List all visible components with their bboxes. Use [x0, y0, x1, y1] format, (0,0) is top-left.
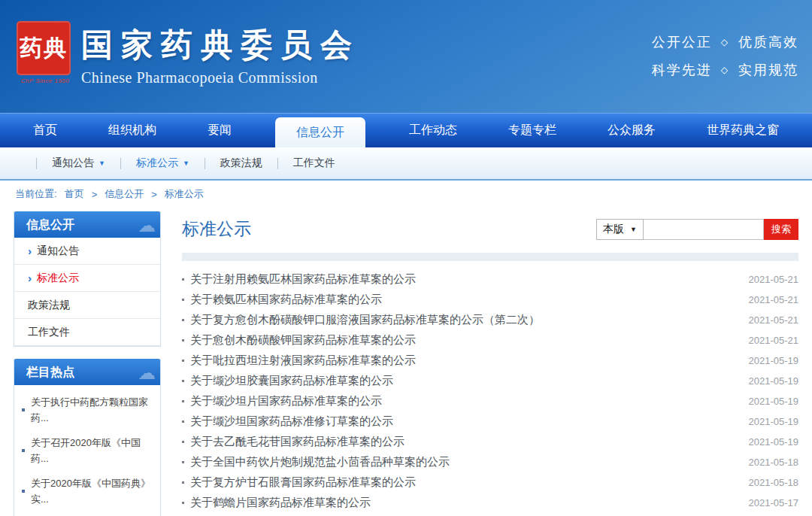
bullet-icon: [182, 461, 184, 463]
sidebar-menu-item[interactable]: 工作文件: [14, 319, 160, 346]
sidebar-section-info-disclosure: 信息公开 ☁ › 通知公告 › 标准公示: [14, 211, 161, 347]
announcement-link[interactable]: 关于缬沙坦片国家药品标准草案的公示: [190, 394, 740, 408]
bullet-icon: [182, 420, 184, 423]
breadcrumb-link[interactable]: 标准公示: [165, 187, 204, 201]
dropdown-arrow-icon: ▼: [630, 226, 637, 233]
sidebar-menu-item[interactable]: 政策法规: [14, 292, 160, 319]
section-divider: [182, 253, 798, 261]
announcement-link[interactable]: 关于赖氨匹林国家药品标准草案的公示: [190, 293, 740, 307]
bullet-icon: [182, 299, 184, 301]
site-logo[interactable]: 药典 ChP Since 1950: [17, 21, 74, 84]
nav-item-label: 世界药典之窗: [707, 123, 779, 136]
hot-topic-item[interactable]: 关于2020年版《中国药典》实...: [22, 471, 153, 511]
subnav-item[interactable]: 标准公示 ▼: [136, 156, 189, 170]
sidebar-menu: › 通知公告 › 标准公示 政策法规: [14, 238, 160, 346]
announcement-row: 关于缬沙坦片国家药品标准草案的公示 2021-05-19: [182, 391, 798, 411]
breadcrumb-link[interactable]: 信息公开: [105, 187, 144, 201]
breadcrumb-link[interactable]: 首页: [65, 187, 84, 201]
sidebar-menu-item[interactable]: › 通知公告: [14, 238, 160, 265]
nav-item[interactable]: 专题专栏: [501, 113, 564, 147]
sidebar: 信息公开 ☁ › 通知公告 › 标准公示: [14, 211, 161, 516]
search-bar: 本版 ▼ 搜索: [596, 219, 798, 240]
hot-topic-item[interactable]: 关于中药配方颗粒国家药品标...: [22, 511, 153, 516]
announcement-link[interactable]: 关于注射用赖氨匹林国家药品标准草案的公示: [190, 272, 740, 287]
pharmacopoeia-seal-icon: 药典: [17, 21, 71, 75]
search-scope-value: 本版: [603, 223, 624, 236]
announcement-link[interactable]: 关于吡拉西坦注射液国家药品标准草案的公示: [190, 354, 740, 368]
nav-item[interactable]: 世界药典之窗: [699, 113, 786, 147]
sidebar-menu-item[interactable]: › 标准公示: [14, 265, 160, 292]
nav-item[interactable]: 信息公开: [275, 117, 365, 147]
search-input[interactable]: [644, 219, 764, 240]
site-title-block: 国家药典委员会 Chinese Pharmacopoeia Commission: [81, 24, 360, 87]
subnav-item-label: 标准公示: [136, 156, 178, 170]
search-scope-select[interactable]: 本版 ▼: [596, 219, 644, 240]
search-button[interactable]: 搜索: [764, 219, 798, 240]
hot-topic-label: 关于2020年版《中国药典》实...: [31, 475, 153, 507]
subnav-item[interactable]: 工作文件: [293, 156, 335, 170]
hot-topic-label: 关于执行中药配方颗粒国家药...: [31, 394, 153, 426]
announcement-link[interactable]: 关于全国中药饮片炮制规范盐小茴香品种草案的公示: [190, 455, 740, 469]
announcement-row: 关于复方炉甘石眼膏国家药品标准草案的公示 2021-05-18: [182, 472, 798, 493]
announcement-date: 2021-05-21: [749, 335, 799, 346]
announcement-list: 关于注射用赖氨匹林国家药品标准草案的公示 2021-05-21 关于赖氨匹林国家…: [182, 269, 798, 513]
slogan-left: 科学先进: [652, 61, 712, 79]
slogan-right: 优质高效: [738, 33, 798, 51]
announcement-link[interactable]: 关于去乙酰毛花苷国家药品标准草案的公示: [190, 435, 740, 449]
sidebar-menu-item-label: 工作文件: [28, 326, 70, 339]
nav-item[interactable]: 公众服务: [600, 113, 663, 147]
sidebar-section-hot-topics: 栏目热点 ☁ 关于执行中药配方颗粒国家药... 关于召开2020年版《中国药..…: [14, 359, 161, 516]
nav-item-label: 工作动态: [409, 123, 457, 136]
nav-item-label: 专题专栏: [508, 123, 556, 136]
main-nav: 首页 组织机构 要闻 信息公开 工作动态 专题专栏 公众服务 世界药典之窗: [0, 113, 812, 147]
bullet-icon: [22, 408, 25, 411]
announcement-date: 2021-05-21: [749, 294, 799, 305]
nav-item[interactable]: 要闻: [200, 113, 239, 147]
announcement-date: 2021-05-19: [749, 355, 799, 366]
hot-topic-item[interactable]: 关于召开2020年版《中国药...: [22, 430, 153, 471]
bullet-icon: [182, 400, 184, 402]
announcement-link[interactable]: 关于缬沙坦国家药品标准修订草案的公示: [190, 414, 740, 429]
cloud-decoration-icon: ☁: [138, 360, 156, 385]
nav-item-label: 信息公开: [296, 126, 344, 138]
subnav-item[interactable]: 通知公告 ▼: [52, 156, 105, 170]
diamond-icon: ◇: [721, 37, 729, 47]
subnav-item[interactable]: 政策法规: [220, 156, 262, 170]
slogan-right: 实用规范: [738, 61, 798, 79]
nav-item[interactable]: 首页: [26, 113, 65, 147]
nav-item[interactable]: 组织机构: [101, 113, 164, 147]
announcement-link[interactable]: 关于复方炉甘石眼膏国家药品标准草案的公示: [190, 475, 740, 490]
slogan-line: 科学先进 ◇ 实用规范: [652, 61, 798, 79]
chevron-down-icon: ▼: [183, 159, 189, 167]
bullet-icon: [182, 441, 184, 443]
sidebar-menu-item-label: 政策法规: [28, 299, 70, 312]
subnav-item-label: 政策法规: [220, 156, 262, 170]
sidebar-header: 栏目热点 ☁: [14, 359, 160, 385]
bullet-icon: [22, 490, 25, 493]
announcement-date: 2021-05-19: [749, 436, 799, 448]
announcement-row: 关于愈创木酚磺酸钾国家药品标准草案的公示 2021-05-21: [182, 330, 798, 351]
arrow-right-icon: ›: [28, 245, 32, 256]
announcement-row: 关于鹤蟾片国家药品标准草案的公示 2021-05-17: [182, 493, 798, 513]
announcement-row: 关于赖氨匹林国家药品标准草案的公示 2021-05-21: [182, 290, 798, 310]
subnav-separator: [36, 158, 37, 169]
breadcrumb-label: 当前位置:: [15, 187, 57, 201]
subnav-separator: [205, 158, 205, 169]
announcement-row: 关于复方愈创木酚磺酸钾口服溶液国家药品标准草案的公示（第二次） 2021-05-…: [182, 310, 798, 330]
bullet-icon: [182, 278, 184, 281]
announcement-date: 2021-05-21: [749, 314, 799, 326]
announcement-date: 2021-05-18: [749, 477, 799, 488]
nav-item[interactable]: 工作动态: [401, 113, 465, 147]
chevron-down-icon: ▼: [98, 159, 105, 167]
header-slogans: 公开公正 ◇ 优质高效 科学先进 ◇ 实用规范: [652, 33, 798, 89]
announcement-link[interactable]: 关于鹤蟾片国家药品标准草案的公示: [190, 496, 740, 510]
sidebar-menu-item-label: 标准公示: [37, 272, 79, 285]
hot-topic-item[interactable]: 关于执行中药配方颗粒国家药...: [22, 390, 153, 430]
announcement-date: 2021-05-19: [749, 416, 799, 427]
announcement-link[interactable]: 关于缬沙坦胶囊国家药品标准草案的公示: [190, 374, 740, 388]
announcement-link[interactable]: 关于复方愈创木酚磺酸钾口服溶液国家药品标准草案的公示（第二次）: [190, 313, 740, 327]
bullet-icon: [182, 481, 184, 484]
announcement-link[interactable]: 关于愈创木酚磺酸钾国家药品标准草案的公示: [190, 333, 740, 348]
nav-item-label: 首页: [33, 123, 57, 136]
subnav-item-label: 工作文件: [293, 156, 335, 170]
